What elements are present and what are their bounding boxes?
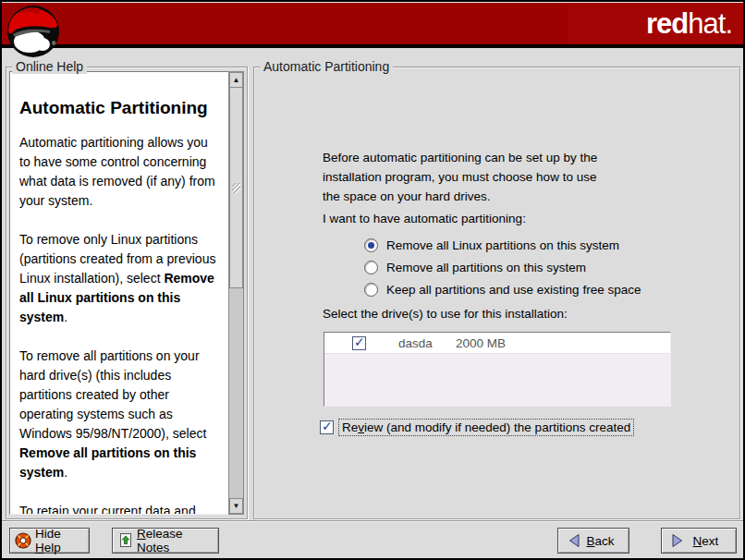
release-notes-button[interactable]: Release Notes [112, 528, 219, 554]
help-paragraph: To remove all partitions on your hard dr… [19, 347, 222, 482]
brand-patch: redhat. [568, 3, 743, 44]
radio-keep-all-partitions[interactable]: Keep all partitions and use existing fre… [364, 281, 641, 298]
title-banner: redhat. [2, 2, 743, 48]
intro-text: Before automatic partitioning can be set… [323, 148, 597, 206]
drive-row[interactable]: dasda 2000 MB [324, 333, 670, 354]
online-help-frame-label: Online Help [12, 60, 87, 74]
help-scrollbar[interactable]: ▲ ▼ [228, 71, 244, 515]
auto-partitioning-prompt: I want to have automatic partitioning: [323, 212, 526, 225]
help-content: Automatic Partitioning Automatic partiti… [10, 72, 231, 515]
drive-list[interactable]: dasda 2000 MB [324, 332, 671, 407]
back-label: Back [581, 534, 619, 548]
radio-label: Keep all partitions and use existing fre… [386, 283, 641, 297]
radio-label: Remove all partitions on this system [386, 261, 586, 274]
next-arrow-icon [670, 533, 685, 548]
scroll-up-icon[interactable]: ▲ [229, 72, 243, 88]
radio-button-icon[interactable] [364, 261, 378, 274]
help-paragraph: Automatic partitioning allows you to hav… [19, 133, 222, 211]
life-ring-icon [15, 532, 31, 549]
back-button[interactable]: Back [557, 528, 629, 554]
hide-help-label: Hide Help [35, 527, 85, 554]
redhat-wordmark: redhat. [646, 9, 732, 38]
svg-text:®: ® [52, 41, 56, 46]
redhat-shadowman-logo-icon: ® [6, 3, 61, 58]
radio-label: Remove all Linux partitions on this syst… [386, 238, 619, 252]
brand-rest: hat. [688, 7, 732, 40]
review-checkbox-row[interactable]: Review (and modify if needed) the partit… [320, 419, 634, 436]
help-title: Automatic Partitioning [19, 98, 222, 118]
drive-checkbox[interactable] [352, 336, 366, 350]
next-button[interactable]: Next [661, 528, 737, 554]
brand-bold: red [646, 7, 688, 40]
help-paragraphs: Automatic partitioning allows you to hav… [19, 133, 222, 515]
main-frame-label: Automatic Partitioning [260, 60, 393, 74]
help-paragraph: To retain your current data and partitio… [19, 502, 222, 515]
next-label: Next [685, 534, 727, 548]
scrollbar-thumb[interactable] [229, 87, 243, 288]
intro-line: Before automatic partitioning can be set… [323, 148, 597, 167]
drive-size: 2000 MB [456, 336, 506, 350]
intro-line: installation program, you must choose ho… [323, 167, 597, 187]
hide-help-button[interactable]: Hide Help [9, 528, 90, 554]
review-checkbox[interactable] [320, 420, 334, 434]
online-help-frame: Online Help Automatic Partitioning Autom… [6, 60, 248, 519]
release-notes-label: Release Notes [137, 527, 214, 554]
radio-remove-all-partitions[interactable]: Remove all partitions on this system [364, 259, 586, 275]
review-checkbox-label: Review (and modify if needed) the partit… [338, 419, 634, 436]
footer-separator [2, 520, 743, 522]
scroll-down-icon[interactable]: ▼ [229, 498, 243, 514]
drive-name: dasda [398, 336, 443, 350]
thumb-grip-icon [231, 182, 241, 194]
installer-window: redhat. ® Online Help Automatic Partitio… [0, 0, 745, 560]
help-viewport: Automatic Partitioning Automatic partiti… [9, 71, 232, 515]
automatic-partitioning-frame: Automatic Partitioning Before automatic … [253, 60, 740, 519]
radio-remove-linux-partitions[interactable]: Remove all Linux partitions on this syst… [364, 237, 619, 253]
release-notes-icon [118, 532, 133, 549]
intro-line: the space on your hard drives. [323, 187, 597, 206]
radio-button-icon[interactable] [364, 238, 378, 252]
drive-select-label: Select the drive(s) to use for this inst… [323, 307, 568, 321]
radio-button-icon[interactable] [364, 283, 378, 297]
back-arrow-icon [567, 533, 581, 548]
help-paragraph: To remove only Linux partitions (partiti… [19, 230, 222, 327]
